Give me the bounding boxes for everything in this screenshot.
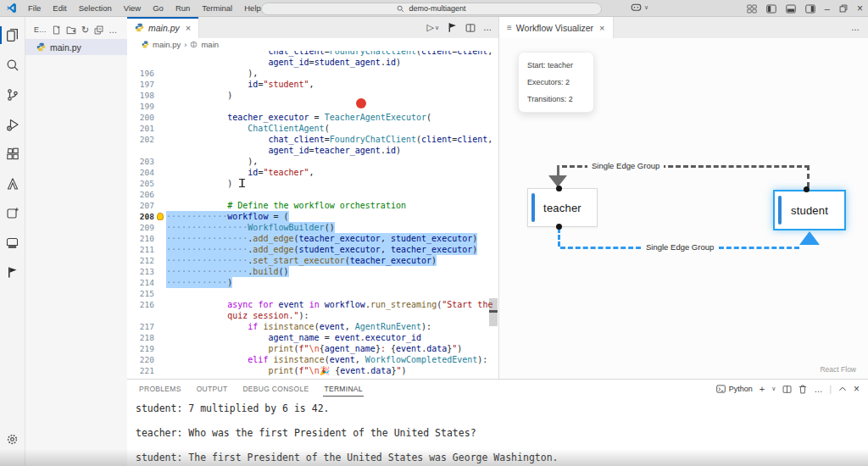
close-panel-icon[interactable]: ×: [854, 383, 860, 395]
split-editor-icon[interactable]: [465, 23, 476, 33]
code-line[interactable]: 203 ),: [127, 156, 498, 167]
menu-edit[interactable]: Edit: [47, 0, 72, 17]
layout-controls-icon[interactable]: [747, 4, 757, 14]
collapse-all-button[interactable]: [94, 25, 103, 35]
toggle-sidebar-icon[interactable]: [766, 4, 776, 14]
sidebar-item-explorer[interactable]: [0, 20, 25, 50]
menu-view[interactable]: View: [118, 0, 147, 17]
sidebar-item-search[interactable]: [0, 50, 25, 80]
code-line[interactable]: 204 id="teacher",: [127, 167, 498, 178]
minimize-button[interactable]: –: [825, 3, 830, 14]
sidebar-item-run-debug[interactable]: [0, 109, 25, 139]
code-line[interactable]: 198 ): [127, 90, 498, 101]
code-line[interactable]: 207 # Define the workflow orchestration: [127, 200, 498, 211]
code-line[interactable]: 209················WorkflowBuilder(): [127, 222, 498, 233]
menu-selection[interactable]: Selection: [73, 0, 118, 17]
toggle-panel-icon[interactable]: [786, 4, 796, 14]
code-line[interactable]: 208············workflow = (: [127, 211, 498, 222]
panel-tab-problems[interactable]: PROBLEMS: [138, 381, 182, 397]
code-line[interactable]: 213················.build(): [127, 266, 498, 277]
maximize-panel-icon[interactable]: [838, 386, 847, 392]
code-line[interactable]: chat_client=FoundryChatClient(client=cli…: [127, 51, 498, 57]
settings-gear-button[interactable]: [6, 433, 19, 446]
lightbulb-icon[interactable]: [157, 213, 164, 220]
close-window-button[interactable]: ×: [857, 3, 863, 14]
more-actions-icon[interactable]: …: [483, 23, 492, 32]
close-tab-icon[interactable]: ×: [186, 23, 191, 33]
kill-terminal-icon[interactable]: [798, 385, 807, 394]
extensions-icon: [6, 147, 19, 161]
panel-tab-debug-console[interactable]: DEBUG CONSOLE: [242, 381, 309, 397]
code-line[interactable]: 221 print(f"\n🎉 {event.data}"): [127, 365, 498, 376]
code-editor[interactable]: chat_client=FoundryChatClient(client=cli…: [127, 51, 498, 379]
refresh-button[interactable]: ↻: [81, 25, 89, 36]
tab-main-py[interactable]: main.py ×: [127, 17, 199, 38]
edge-label[interactable]: Single Edge Group: [642, 242, 718, 252]
terminal-shell-picker[interactable]: Python: [716, 385, 753, 393]
glyph-margin: [154, 211, 166, 222]
file-item-main.py[interactable]: main.py: [25, 39, 127, 55]
code-line[interactable]: agent_id=student_agent.id): [127, 57, 498, 68]
run-python-file-button[interactable]: ▷ ∨: [426, 22, 439, 33]
sidebar-item-pennant[interactable]: [0, 258, 25, 287]
code-line[interactable]: 219 print(f"\n{agent_name}: {event.data}…: [127, 343, 498, 354]
code-line[interactable]: agent_id=teacher_agent.id): [127, 145, 498, 156]
more-actions-icon[interactable]: …: [851, 17, 860, 38]
panel-tab-terminal[interactable]: TERMINAL: [323, 381, 363, 397]
chevron-down-icon[interactable]: ∨: [435, 25, 439, 31]
sidebar-item-source-control[interactable]: [0, 80, 25, 109]
code-line[interactable]: 210················.add_edge(teacher_exe…: [127, 233, 498, 244]
menu-file[interactable]: File: [22, 0, 47, 17]
glyph-margin: [154, 321, 166, 332]
menu-go[interactable]: Go: [147, 0, 170, 17]
sidebar-item-extensions[interactable]: [0, 139, 25, 169]
sidebar-item-toolkit[interactable]: [0, 198, 25, 228]
workflow-canvas[interactable]: Start: teacher Executors: 2 Transitions:…: [499, 38, 868, 379]
code-line[interactable]: 202 chat_client=FoundryChatClient(client…: [127, 134, 498, 145]
sidebar-item-azure[interactable]: [0, 169, 25, 198]
code-line[interactable]: 199: [127, 101, 498, 112]
code-line[interactable]: 206: [127, 189, 498, 200]
node-teacher[interactable]: teacher: [527, 188, 598, 227]
panel-tab-output[interactable]: OUTPUT: [196, 381, 229, 397]
breadcrumb-item-symbol[interactable]: main: [201, 40, 219, 49]
new-file-button[interactable]: [52, 25, 61, 35]
command-center-search[interactable]: demo-multiagent: [261, 3, 602, 15]
menu-terminal[interactable]: Terminal: [196, 0, 238, 17]
react-flow-attribution[interactable]: React Flow: [820, 365, 856, 374]
code-line[interactable]: 197 id="student",: [127, 79, 498, 90]
code-line[interactable]: 220 elif isinstance(event, WorkflowCompl…: [127, 354, 498, 365]
tab-workflow-visualizer[interactable]: ≡ Workflow Visualizer ×: [499, 17, 614, 38]
node-student[interactable]: student: [773, 190, 846, 230]
code-line[interactable]: quiz session."):: [127, 310, 498, 321]
code-line[interactable]: 217 if isinstance(event, AgentRunEvent):: [127, 321, 498, 332]
code-line[interactable]: 212················.set_start_executor(t…: [127, 255, 498, 266]
more-actions-icon[interactable]: …: [814, 385, 822, 394]
pennant-action-icon[interactable]: [447, 22, 458, 33]
copilot-menu[interactable]: ∨: [631, 3, 648, 12]
code-line[interactable]: 216 async for event in workflow.run_stre…: [127, 299, 498, 310]
breadcrumb-item-file[interactable]: main.py: [153, 40, 181, 49]
code-line[interactable]: 205 ): [127, 178, 498, 189]
indent-whitespace: [166, 80, 248, 89]
new-terminal-button[interactable]: +: [760, 384, 765, 394]
editor-scrollbar[interactable]: [489, 298, 498, 326]
chevron-down-icon[interactable]: ∨: [771, 386, 776, 392]
more-actions-button[interactable]: …: [108, 25, 117, 35]
close-tab-icon[interactable]: ×: [599, 23, 604, 33]
code-line[interactable]: 214············): [127, 277, 498, 288]
code-line[interactable]: 211················.add_edge(student_exe…: [127, 244, 498, 255]
split-terminal-icon[interactable]: [782, 385, 792, 394]
new-folder-button[interactable]: [66, 25, 76, 35]
restore-button[interactable]: [839, 4, 848, 13]
code-line[interactable]: 218 agent_name = event.executor_id: [127, 332, 498, 343]
code-line[interactable]: 215: [127, 288, 498, 299]
toggle-secondary-sidebar-icon[interactable]: [805, 4, 815, 14]
code-line[interactable]: 200 teacher_executor = TeacherAgentExecu…: [127, 112, 498, 123]
edge-label[interactable]: Single Edge Group: [587, 161, 664, 170]
menu-run[interactable]: Run: [170, 0, 196, 17]
code-line[interactable]: 196 ),: [127, 68, 498, 79]
terminal-output[interactable]: student: 7 multiplied by 6 is 42.teacher…: [127, 397, 868, 463]
code-line[interactable]: 201 ChatClientAgent(: [127, 123, 498, 134]
sidebar-item-package[interactable]: [0, 228, 25, 258]
